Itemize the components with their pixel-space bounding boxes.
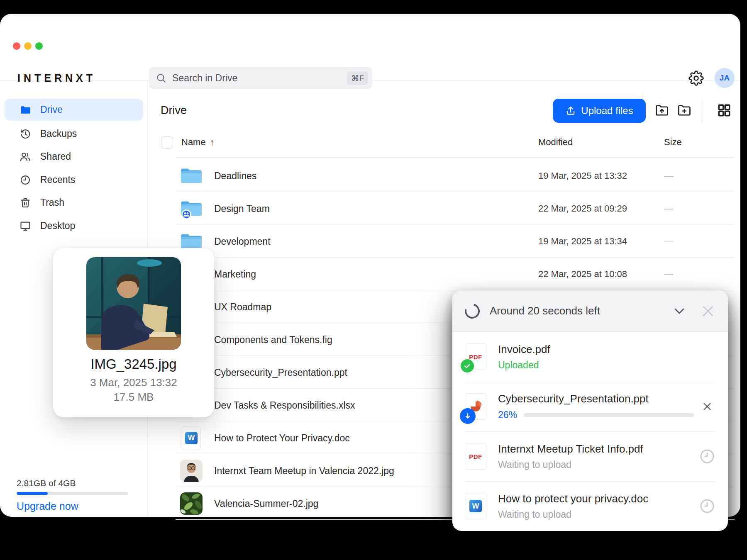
users-icon <box>20 151 31 163</box>
waiting-clock-icon <box>700 499 715 514</box>
photo-person-icon <box>179 459 203 483</box>
trash-icon <box>20 197 31 209</box>
column-header-modified[interactable]: Modified <box>538 137 573 148</box>
file-name: Internxt Team Meetup in Valencia 2022.jp… <box>214 465 394 476</box>
table-row[interactable]: Development 19 Mar, 2025 at 13:34 — <box>148 225 740 258</box>
preview-filename: IMG_3245.jpg <box>53 356 214 372</box>
sidebar-item-shared[interactable]: Shared <box>5 146 143 168</box>
select-all-checkbox[interactable] <box>161 136 173 149</box>
new-folder-icon[interactable] <box>677 103 692 118</box>
close-window-button[interactable] <box>13 42 20 50</box>
file-name: Design Team <box>214 203 270 214</box>
upgrade-link[interactable]: Upgrade now <box>17 500 78 512</box>
upload-item-name: Internxt Meetup Ticket Info.pdf <box>498 443 699 455</box>
grid-view-icon[interactable] <box>717 103 732 118</box>
preview-thumbnail-image <box>86 257 181 350</box>
spinner-icon <box>462 301 482 321</box>
upload-folder-icon[interactable] <box>654 103 669 118</box>
file-name: Marketing <box>214 268 256 280</box>
upload-progress-bar <box>524 413 694 417</box>
sidebar-item-label: Desktop <box>40 220 75 231</box>
file-size: — <box>664 203 673 214</box>
upload-status: Waiting to upload <box>498 509 699 520</box>
table-row[interactable]: Design Team 22 Mar, 2025 at 09:29 — <box>148 192 740 225</box>
folder-icon <box>179 164 203 188</box>
storage-progress-bar <box>17 492 128 495</box>
pdf-file-icon: PDF <box>465 343 486 370</box>
upload-panel-header: Around 20 seconds left <box>452 290 728 332</box>
upload-item: Cybersecurity_Presentation.ppt 26% <box>452 382 728 431</box>
file-name: Valencia-Summer-02.jpg <box>214 498 318 509</box>
screenshot-canvas: INTERNXT ⌘F JA Drive <box>0 0 747 560</box>
upload-item-name: How to protect your privacy.doc <box>498 492 699 505</box>
upload-progress-panel: Around 20 seconds left PDF Invoice.pdf U… <box>452 290 728 531</box>
file-name: Development <box>214 236 271 247</box>
ppt-file-icon <box>465 393 486 420</box>
upload-icon <box>565 105 576 116</box>
upload-time-remaining: Around 20 seconds left <box>490 304 672 317</box>
page-title: Drive <box>161 104 187 117</box>
sidebar-item-recents[interactable]: Recents <box>5 169 143 191</box>
cancel-upload-icon[interactable] <box>702 401 713 412</box>
upload-items-list: PDF Invoice.pdf Uploaded Cybersecurity_P… <box>452 332 728 531</box>
minimize-window-button[interactable] <box>24 42 32 50</box>
folder-blue-icon <box>20 104 31 116</box>
sidebar-item-desktop[interactable]: Desktop <box>5 215 143 237</box>
word-icon: W <box>179 426 203 450</box>
history-icon <box>20 128 31 140</box>
file-name: Deadlines <box>214 170 256 181</box>
close-panel-icon[interactable] <box>701 304 715 319</box>
upload-item: PDF Invoice.pdf Uploaded <box>452 332 728 382</box>
upload-files-button[interactable]: Upload files <box>553 99 646 123</box>
preview-filesize: 17.5 MB <box>53 391 214 404</box>
file-name: Components and Tokens.fig <box>214 334 332 345</box>
file-size: — <box>664 236 673 247</box>
file-name: Dev Tasks & Responsibilities.xlsx <box>214 399 355 411</box>
storage-progress-fill <box>17 492 48 495</box>
sidebar-item-backups[interactable]: Backups <box>5 123 143 145</box>
file-modified-date: 19 Mar, 2025 at 13:32 <box>538 170 627 181</box>
file-name: UX Roadmap <box>214 301 271 312</box>
window-controls <box>13 42 43 50</box>
file-modified-date: 22 Mar, 2025 at 09:29 <box>538 203 627 214</box>
table-row[interactable]: Deadlines 19 Mar, 2025 at 13:32 — <box>148 159 740 192</box>
top-bar: INTERNXT ⌘F JA <box>0 14 740 80</box>
sidebar-item-drive[interactable]: Drive <box>5 99 143 121</box>
sidebar-item-label: Backups <box>40 128 77 139</box>
file-modified-date: 22 Mar, 2025 at 10:08 <box>538 269 627 280</box>
upload-status: Waiting to upload <box>498 459 699 470</box>
file-size: — <box>664 170 673 181</box>
zoom-window-button[interactable] <box>35 42 43 50</box>
uploading-arrow-icon <box>460 408 476 424</box>
word-file-icon: W <box>465 493 486 519</box>
sidebar-item-label: Trash <box>40 197 64 208</box>
column-header-name[interactable]: Name↑ <box>181 137 215 148</box>
pdf-file-icon: PDF <box>465 443 486 470</box>
sidebar-item-trash[interactable]: Trash <box>5 192 143 214</box>
toolbar-divider <box>701 100 701 122</box>
photo-leaves-icon <box>179 492 203 516</box>
storage-usage-label: 2.81GB of 4GB <box>17 478 76 488</box>
waiting-clock-icon <box>700 449 715 464</box>
sidebar-item-label: Drive <box>40 104 63 115</box>
collapse-panel-chevron-icon[interactable] <box>672 304 686 318</box>
file-size: — <box>664 269 673 280</box>
sidebar-item-label: Shared <box>40 151 71 162</box>
file-name: Cybersecurity_Presentation.ppt <box>214 367 347 378</box>
upload-item: W How to protect your privacy.doc Waitin… <box>452 481 728 531</box>
table-header-divider <box>176 157 735 158</box>
upload-percent: 26% <box>498 409 520 421</box>
upload-item: PDF Internxt Meetup Ticket Info.pdf Wait… <box>452 431 728 481</box>
clock-icon <box>20 174 31 186</box>
upload-progress-row: 26% <box>498 409 699 421</box>
file-name: How to Protect Your Privacy.doc <box>214 432 350 443</box>
file-preview-card: IMG_3245.jpg 3 Mar, 2025 13:32 17.5 MB <box>53 248 214 417</box>
column-header-size[interactable]: Size <box>664 137 682 148</box>
table-row[interactable]: Marketing 22 Mar, 2025 at 10:08 — <box>148 258 740 290</box>
folder-shared-icon <box>179 197 203 221</box>
sort-ascending-icon: ↑ <box>210 137 215 147</box>
upload-item-name: Cybersecurity_Presentation.ppt <box>498 392 699 405</box>
preview-date: 3 Mar, 2025 13:32 <box>53 376 214 389</box>
sidebar-item-label: Recents <box>40 174 75 185</box>
upload-status: Uploaded <box>498 360 699 371</box>
